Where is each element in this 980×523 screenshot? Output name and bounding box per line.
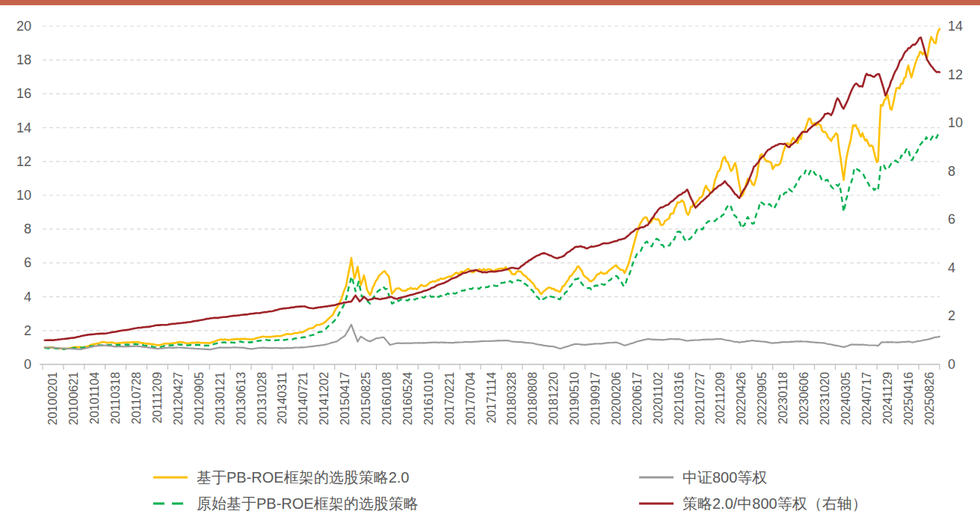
series-line-4: [45, 37, 940, 340]
legend-label: 原始基于PB-ROE框架的选股策略: [197, 495, 419, 512]
x-axis-tick-label: 20250826: [923, 372, 936, 425]
x-axis-tick-label: 20240717: [860, 372, 873, 425]
x-axis-tick-label: 20171114: [485, 372, 498, 423]
legend-label: 中证800等权: [682, 469, 767, 486]
x-axis-tick-label: 20220905: [756, 372, 768, 425]
y-axis-left: 02468101214161820: [16, 19, 31, 372]
series-line-2: [45, 131, 940, 349]
y-axis-tick-label-right: 12: [948, 67, 963, 82]
x-axis-tick-label: 20150825: [360, 372, 372, 425]
series-line-1: [45, 29, 940, 349]
legend-label: 策略2.0/中800等权（右轴）: [682, 495, 867, 512]
y-axis-tick-label-left: 12: [16, 154, 31, 169]
x-axis-tick-label: 20100621: [67, 372, 80, 425]
y-axis-tick-label-right: 4: [948, 260, 955, 275]
x-axis-tick-label: 20250416: [902, 372, 915, 425]
x-axis-tick-label: 20161010: [422, 372, 435, 425]
x-axis-tick-label: 20241129: [881, 372, 894, 424]
x-axis-tick-label: 20181220: [547, 372, 560, 425]
y-axis-tick-label-right: 8: [948, 164, 955, 179]
y-axis-tick-label-left: 14: [16, 120, 31, 135]
x-axis-tick-label: 20141202: [318, 372, 330, 425]
x-axis-tick-label: 20130121: [214, 372, 226, 425]
y-axis-tick-label-left: 6: [24, 255, 31, 270]
gridlines: [43, 26, 940, 331]
x-axis-tick-label: 20201102: [652, 372, 665, 424]
x-axis-tick-label: 20140721: [297, 372, 309, 425]
x-axis-tick-label: 20190510: [568, 372, 581, 425]
series-lines: [45, 29, 940, 350]
y-axis-tick-label-right: 14: [948, 19, 963, 34]
y-axis-tick-label-left: 4: [24, 290, 31, 305]
x-axis-tick-label: 20101104: [88, 372, 101, 424]
chart-figure: 02468101214161820 02468101214 2010020120…: [0, 0, 980, 523]
x-axis-tick-label: 20120905: [193, 372, 206, 425]
y-axis-tick-label-left: 16: [16, 86, 31, 101]
x-axis-tick-label: 20211209: [714, 372, 727, 424]
x-axis-tick-label: 20230118: [777, 372, 789, 424]
x-axis: [40, 364, 940, 370]
y-axis-tick-label-left: 2: [24, 323, 31, 338]
legend-item: 策略2.0/中800等权（右轴）: [639, 495, 867, 512]
x-axis-labels: 2010020120100621201011042011031820110728…: [46, 372, 935, 425]
x-axis-tick-label: 20240305: [839, 372, 852, 425]
x-axis-tick-label: 20190917: [589, 372, 602, 425]
x-axis-tick-label: 20210316: [673, 372, 685, 425]
y-axis-tick-label-left: 20: [16, 19, 31, 34]
y-axis-tick-label-left: 10: [16, 188, 31, 203]
x-axis-tick-label: 20150417: [339, 372, 351, 425]
series-line-3: [45, 325, 940, 349]
x-axis-tick-label: 20130613: [235, 372, 247, 425]
x-axis-tick-label: 20120427: [172, 372, 185, 425]
chart-canvas: 02468101214161820 02468101214 2010020120…: [0, 0, 980, 523]
y-axis-tick-label-left: 8: [24, 221, 31, 236]
y-axis-tick-label-right: 0: [948, 357, 955, 372]
x-axis-tick-label: 20140311: [276, 372, 289, 424]
x-axis-tick-label: 20110318: [109, 372, 122, 424]
x-axis-tick-label: 20200617: [631, 372, 644, 425]
x-axis-tick-label: 20160108: [380, 372, 393, 425]
x-axis-tick-label: 20100201: [46, 372, 59, 425]
top-accent-bar: [0, 0, 980, 5]
y-axis-tick-label-right: 2: [948, 308, 955, 323]
y-axis-tick-label-right: 6: [948, 212, 955, 227]
x-axis-tick-label: 20110728: [130, 372, 143, 424]
x-axis-tick-label: 20180808: [526, 372, 539, 425]
x-axis-tick-label: 20111209: [151, 372, 164, 423]
y-axis-tick-label-left: 18: [16, 52, 31, 67]
x-axis-tick-label: 20200206: [610, 372, 623, 425]
legend-item: 原始基于PB-ROE框架的选股策略: [153, 495, 419, 512]
y-axis-right: 02468101214: [948, 19, 963, 372]
y-axis-tick-label-right: 10: [948, 115, 963, 130]
y-axis-tick-label-left: 0: [24, 357, 31, 372]
x-axis-tick-label: 20170221: [443, 372, 456, 425]
x-axis-tick-label: 20230606: [798, 372, 810, 425]
legend-item: 基于PB-ROE框架的选股策略2.0: [153, 469, 409, 486]
x-axis-tick-label: 20131028: [256, 372, 268, 425]
x-axis-tick-label: 20220426: [735, 372, 748, 425]
x-axis-tick-label: 20170704: [464, 372, 477, 425]
legend-item: 中证800等权: [639, 469, 767, 486]
x-axis-tick-label: 20160524: [401, 372, 414, 425]
legend-label: 基于PB-ROE框架的选股策略2.0: [197, 469, 409, 486]
legend: 基于PB-ROE框架的选股策略2.0原始基于PB-ROE框架的选股策略中证800…: [153, 469, 867, 512]
x-axis-tick-label: 20180328: [505, 372, 518, 425]
x-axis-tick-label: 20231020: [819, 372, 831, 425]
x-axis-tick-label: 20210727: [694, 372, 706, 425]
